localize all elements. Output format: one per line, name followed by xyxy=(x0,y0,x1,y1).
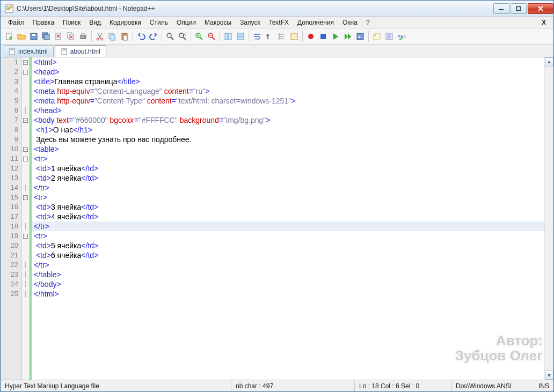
copy-icon[interactable] xyxy=(107,31,118,42)
svg-point-35 xyxy=(308,34,314,39)
svg-line-26 xyxy=(200,37,202,40)
menu-search[interactable]: Поиск xyxy=(59,18,85,27)
menu-view[interactable]: Вид xyxy=(85,18,105,27)
tabbar: index.html about.html xyxy=(1,45,553,57)
vertical-scrollbar[interactable] xyxy=(544,57,553,380)
separator-icon xyxy=(162,31,162,42)
status-nbchar: nb char : 497 xyxy=(231,380,355,391)
open-file-icon[interactable] xyxy=(16,31,27,42)
save-macro-icon[interactable] xyxy=(355,31,366,42)
toolbar: ab ¶ ABC xyxy=(1,28,553,45)
find-icon[interactable] xyxy=(165,31,176,42)
scroll-down-icon[interactable] xyxy=(545,371,553,380)
svg-rect-38 xyxy=(374,34,380,39)
separator-icon xyxy=(220,31,220,42)
play-macro-icon[interactable] xyxy=(330,31,341,42)
menu-help[interactable]: ? xyxy=(362,18,374,27)
zoom-in-icon[interactable] xyxy=(194,31,205,42)
separator-icon xyxy=(368,31,369,42)
app-icon xyxy=(5,4,13,13)
replace-icon[interactable]: ab xyxy=(177,31,188,42)
svg-rect-34 xyxy=(291,33,297,40)
play-multi-icon[interactable] xyxy=(342,31,353,42)
status-insmode: INS xyxy=(538,382,549,390)
svg-rect-17 xyxy=(111,35,115,40)
close-file-icon[interactable] xyxy=(53,31,64,42)
spell-check-icon[interactable]: ABC xyxy=(396,31,407,42)
menu-textfx[interactable]: TextFX xyxy=(265,18,293,27)
close-button[interactable] xyxy=(528,3,553,14)
menu-plugins[interactable]: Дополнения xyxy=(293,18,338,27)
svg-rect-44 xyxy=(62,48,67,55)
line-numbers: 1234567891011121314151617181920212223242… xyxy=(1,57,22,380)
svg-rect-42 xyxy=(10,48,14,55)
file-icon xyxy=(9,48,16,55)
separator-icon xyxy=(91,31,92,42)
sync-v-icon[interactable] xyxy=(223,31,234,42)
svg-point-20 xyxy=(167,33,171,38)
svg-point-39 xyxy=(375,34,376,36)
menu-edit[interactable]: Правка xyxy=(28,18,59,27)
menu-encod[interactable]: Кодировки xyxy=(105,18,145,27)
wordwrap-icon[interactable] xyxy=(252,31,263,42)
statusbar: Hyper Text Markup Language file nb char … xyxy=(1,380,553,391)
svg-rect-19 xyxy=(123,35,127,40)
save-icon[interactable] xyxy=(28,31,39,42)
separator-icon xyxy=(191,31,191,42)
svg-line-23 xyxy=(183,37,186,40)
svg-rect-36 xyxy=(320,34,326,39)
editor[interactable]: 1234567891011121314151617181920212223242… xyxy=(1,57,553,380)
tab-label: about.html xyxy=(70,48,100,55)
stop-macro-icon[interactable] xyxy=(318,31,329,42)
svg-rect-8 xyxy=(44,34,49,40)
separator-icon xyxy=(133,31,133,42)
user-lang-icon[interactable] xyxy=(289,31,300,42)
menu-style[interactable]: Стиль xyxy=(145,18,172,27)
tab-index[interactable]: index.html xyxy=(3,45,54,57)
status-encoding: Dos\Windows ANSI INS xyxy=(451,380,553,391)
cut-icon[interactable] xyxy=(94,31,105,42)
undo-icon[interactable] xyxy=(136,31,147,42)
titlebar[interactable]: C:\Users\1\Desktop\Site\about.html - Not… xyxy=(1,1,553,17)
svg-rect-30 xyxy=(229,33,231,40)
status-filetype: Hyper Text Markup Language file xyxy=(1,380,231,391)
window-title: C:\Users\1\Desktop\Site\about.html - Not… xyxy=(17,5,492,12)
svg-text:¶: ¶ xyxy=(266,33,269,40)
application-window: C:\Users\1\Desktop\Site\about.html - Not… xyxy=(0,0,554,392)
tab-about[interactable]: about.html xyxy=(55,45,106,57)
svg-rect-37 xyxy=(357,33,363,40)
svg-point-4 xyxy=(9,36,12,40)
maximize-button[interactable] xyxy=(511,3,527,14)
print-icon[interactable] xyxy=(78,31,89,42)
save-all-icon[interactable] xyxy=(41,31,52,42)
code-area[interactable]: <html><head><title>Главная страница</tit… xyxy=(32,57,553,380)
close-all-icon[interactable] xyxy=(65,31,76,42)
record-macro-icon[interactable] xyxy=(305,31,316,42)
minimize-button[interactable] xyxy=(493,3,509,14)
fold-column[interactable]: −− │− −− │− │− ││││ xyxy=(22,57,30,380)
menu-windows[interactable]: Окна xyxy=(338,18,362,27)
scroll-up-icon[interactable] xyxy=(545,57,553,66)
zoom-out-icon[interactable] xyxy=(206,31,217,42)
menu-close-x[interactable]: X xyxy=(537,19,550,26)
menu-run[interactable]: Запуск xyxy=(236,18,265,27)
separator-icon xyxy=(302,31,303,42)
indent-guide-icon[interactable] xyxy=(276,31,287,42)
svg-rect-31 xyxy=(237,33,244,36)
show-all-chars-icon[interactable]: ¶ xyxy=(264,31,275,42)
new-file-icon[interactable] xyxy=(4,31,14,42)
scroll-track[interactable] xyxy=(545,66,553,371)
tab-label: index.html xyxy=(18,48,48,55)
menu-options[interactable]: Опции xyxy=(172,18,200,27)
redo-icon[interactable] xyxy=(148,31,159,42)
menu-file[interactable]: Файл xyxy=(4,18,28,27)
menu-macros[interactable]: Макросы xyxy=(200,18,236,27)
svg-line-21 xyxy=(171,37,173,40)
svg-rect-45 xyxy=(63,49,65,50)
svg-point-14 xyxy=(97,38,99,40)
separator-icon xyxy=(249,31,249,42)
paste-icon[interactable] xyxy=(119,31,130,42)
sync-h-icon[interactable] xyxy=(235,31,246,42)
func-list-icon[interactable] xyxy=(384,31,395,42)
light-explorer-icon[interactable] xyxy=(371,31,382,42)
